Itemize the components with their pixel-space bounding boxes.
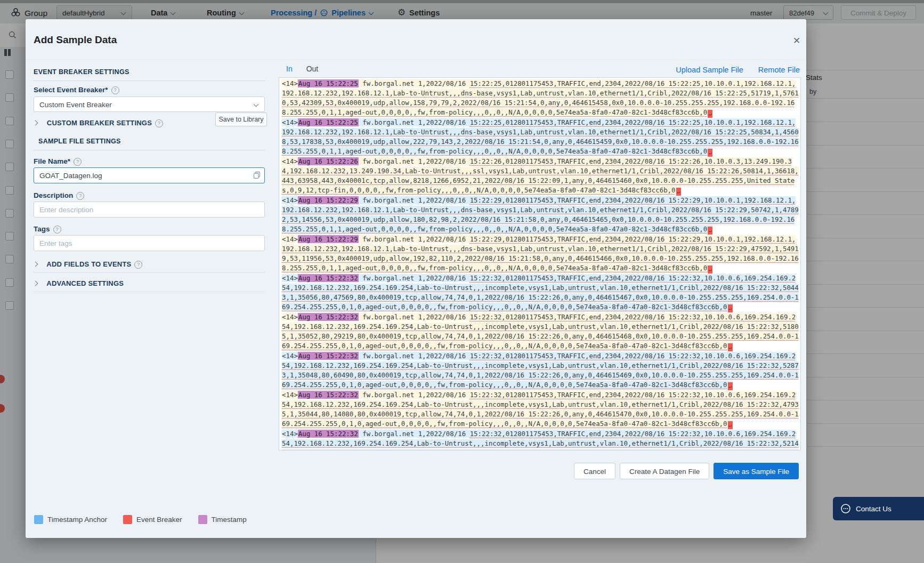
timestamp-highlight: Aug 16 15:22:25 — [298, 118, 359, 126]
timestamp-highlight: Aug 16 15:22:29 — [298, 196, 359, 204]
event-breaker-marker: ↵ — [728, 382, 733, 390]
divider — [26, 60, 806, 60]
event-breaker-marker: ↵ — [728, 304, 733, 312]
timestamp-highlight: Aug 16 15:22:29 — [298, 235, 359, 243]
chevron-right-icon — [33, 281, 38, 286]
description-label: Description? — [34, 190, 265, 200]
cancel-button[interactable]: Cancel — [574, 463, 615, 479]
log-event: <14>Aug 16 15:22:32 fw.borgal.net 1,2022… — [282, 429, 799, 451]
legend-label: Event Breaker — [136, 516, 182, 524]
create-datagen-file-button[interactable]: Create A Datagen File — [620, 463, 709, 479]
help-icon: ? — [155, 119, 163, 127]
help-icon: ? — [76, 192, 84, 200]
file-name-field-wrap — [34, 167, 265, 183]
add-fields-to-events-toggle[interactable]: ADD FIELDS TO EVENTS? — [34, 260, 265, 269]
add-sample-data-modal: Add Sample Data ✕ EVENT BREAKER SETTINGS… — [26, 19, 806, 538]
upload-sample-file-link[interactable]: Upload Sample File — [676, 66, 743, 74]
legend-item: Timestamp — [198, 515, 247, 524]
event-breaker-marker: ↵ — [728, 343, 733, 351]
custom-breaker-settings-toggle[interactable]: CUSTOM BREAKER SETTINGS? — [34, 119, 265, 127]
modal-title: Add Sample Data — [34, 34, 117, 46]
tags-label: Tags? — [34, 224, 265, 234]
preview-links: Upload Sample File Remote File — [676, 66, 800, 74]
event-breaker-marker: ↵ — [676, 188, 681, 196]
chevron-down-icon — [254, 102, 259, 107]
close-icon[interactable]: ✕ — [793, 35, 800, 46]
timestamp-highlight: Aug 16 15:22:32 — [298, 352, 359, 360]
legend-item: Event Breaker — [123, 515, 182, 524]
app-root: Group defaultHybrid Data Routing Process… — [0, 0, 924, 563]
log-event: <14>Aug 16 15:22:29 fw.borgal.net 1,2022… — [282, 196, 799, 235]
section-sample-file-settings: SAMPLE FILE SETTINGS — [34, 138, 265, 150]
remote-file-link[interactable]: Remote File — [758, 66, 800, 74]
legend-label: Timestamp Anchor — [47, 516, 107, 524]
log-event: <14>Aug 16 15:22:25 fw.borgal.net 1,2022… — [282, 79, 799, 118]
legend-swatch — [34, 515, 43, 524]
legend-item: Timestamp Anchor — [34, 515, 107, 524]
timestamp-highlight: Aug 16 15:22:26 — [298, 157, 359, 165]
section-event-breaker-settings: EVENT BREAKER SETTINGS — [34, 68, 265, 81]
log-event: <14>Aug 16 15:22:32 fw.borgal.net 1,2022… — [282, 351, 799, 390]
timestamp-highlight: Aug 16 15:22:25 — [298, 79, 359, 87]
timestamp-highlight: Aug 16 15:22:32 — [298, 313, 359, 321]
event-breaker-marker: ↵ — [708, 110, 712, 118]
log-event: <14>Aug 16 15:22:25 fw.borgal.net 1,2022… — [282, 118, 799, 157]
help-icon: ? — [134, 261, 142, 269]
event-breaker-marker: ↵ — [708, 227, 712, 235]
divider — [34, 272, 265, 273]
divider — [34, 292, 265, 292]
highlight-legend: Timestamp AnchorEvent BreakerTimestamp — [34, 515, 247, 524]
log-event: <14>Aug 16 15:22:32 fw.borgal.net 1,2022… — [282, 390, 799, 429]
file-name-input[interactable] — [34, 167, 265, 183]
legend-swatch — [198, 515, 207, 524]
preview-tabs: In Out — [286, 65, 318, 79]
file-name-label: File Name*? — [34, 156, 265, 166]
chevron-right-icon — [33, 262, 38, 267]
event-breaker-marker: ↵ — [708, 149, 712, 157]
tab-out[interactable]: Out — [306, 65, 319, 79]
tags-input[interactable] — [34, 235, 265, 251]
advanced-settings-toggle[interactable]: ADVANCED SETTINGS — [34, 279, 265, 287]
log-event: <14>Aug 16 15:22:32 fw.borgal.net 1,2022… — [282, 312, 799, 351]
timestamp-highlight: Aug 16 15:22:32 — [298, 430, 359, 438]
help-icon: ? — [74, 158, 82, 166]
help-icon: ? — [111, 86, 119, 94]
timestamp-highlight: Aug 16 15:22:32 — [298, 274, 359, 282]
tab-in[interactable]: In — [286, 65, 293, 79]
help-icon: ? — [53, 226, 61, 234]
event-breaker-marker: ↵ — [708, 266, 712, 274]
modal-actions: Cancel Create A Datagen File Save as Sam… — [574, 463, 799, 479]
log-event: <14>Aug 16 15:22:26 fw.borgal.net 1,2022… — [282, 157, 799, 196]
log-event: <14>Aug 16 15:22:32 fw.borgal.net 1,2022… — [282, 274, 799, 312]
select-event-breaker-label: Select Event Breaker*? — [34, 85, 265, 94]
chevron-right-icon — [33, 120, 38, 126]
save-as-sample-file-button[interactable]: Save as Sample File — [714, 463, 799, 479]
sample-data-preview: <14>Aug 16 15:22:25 fw.borgal.net 1,2022… — [279, 77, 801, 451]
description-input[interactable] — [34, 202, 265, 218]
event-breaker-marker: ↵ — [728, 421, 733, 429]
event-breaker-select[interactable]: Custom Event Breaker — [34, 96, 265, 112]
legend-swatch — [123, 515, 132, 524]
chat-icon — [840, 503, 851, 514]
legend-label: Timestamp — [212, 516, 247, 524]
log-event: <14>Aug 16 15:22:29 fw.borgal.net 1,2022… — [282, 235, 799, 274]
copy-icon[interactable] — [253, 171, 261, 179]
contact-us-button[interactable]: Contact Us — [833, 497, 924, 520]
timestamp-highlight: Aug 16 15:22:32 — [298, 391, 359, 399]
